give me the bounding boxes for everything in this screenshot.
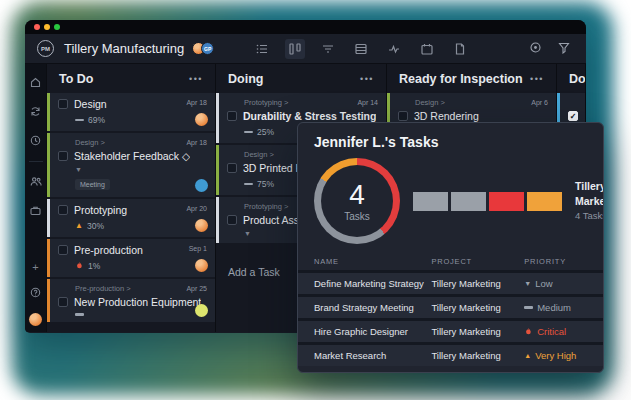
task-card[interactable]: Pre-production Sep 1 1% (47, 239, 215, 277)
task-project: Tillery Marketing (431, 326, 524, 337)
briefcase-icon[interactable] (30, 202, 41, 220)
calendar-icon[interactable] (417, 39, 437, 59)
app-logo: PM (37, 40, 54, 57)
activity-icon[interactable] (384, 39, 404, 59)
jennifer-tasks-popup: Jennifer L.'s Tasks 4 Tasks Tillery Mark… (297, 122, 604, 373)
column-todo: To Do ••• Design Apr 18 69% Design > (47, 64, 216, 332)
header-name: NAME (314, 257, 431, 266)
flame-icon (524, 327, 533, 337)
progress-dash-icon (244, 131, 253, 134)
project-legend: Tillery Marketing 4 Tasks (575, 179, 604, 223)
add-icon[interactable]: + (32, 262, 38, 273)
task-checkbox[interactable] (58, 205, 68, 215)
task-name: Market Research (314, 350, 431, 361)
assignee-avatar (195, 113, 208, 126)
task-title: Design (74, 98, 107, 110)
task-card[interactable]: Design Apr 18 69% (47, 93, 215, 131)
member-avatars: GP (192, 42, 214, 55)
priority-bar-segment (527, 192, 562, 211)
sync-icon[interactable] (30, 103, 41, 121)
up-arrow-icon: ▲ (75, 222, 83, 230)
task-checkbox[interactable] (58, 245, 68, 255)
dash-icon (524, 306, 533, 309)
task-title: Durability & Stress Testing (243, 110, 376, 122)
column-title: Doing (228, 72, 263, 86)
progress-dash-icon (244, 183, 253, 186)
task-project: Tillery Marketing (431, 350, 524, 361)
task-checkbox[interactable] (398, 111, 408, 121)
down-arrow-icon: ▼ (524, 280, 531, 287)
due-date: Apr 18 (186, 139, 207, 146)
list-view-icon[interactable] (252, 39, 272, 59)
task-checkbox[interactable] (227, 163, 237, 173)
home-icon[interactable] (30, 74, 41, 92)
user-avatar[interactable] (29, 313, 42, 326)
task-checkbox[interactable] (58, 151, 68, 161)
column-menu-icon[interactable]: ••• (189, 74, 203, 84)
due-date: Apr 20 (186, 205, 207, 212)
flame-icon (75, 261, 84, 271)
progress-value: 1% (88, 261, 100, 271)
assignee-avatar (195, 304, 208, 317)
task-card[interactable]: Prototyping Apr 20 ▲ 30% (47, 199, 215, 237)
people-icon[interactable] (30, 173, 42, 191)
progress-value: 69% (88, 115, 105, 125)
table-row[interactable]: Hire Graphic Designer Tillery Marketing … (298, 318, 603, 342)
task-checkbox[interactable] (227, 215, 237, 225)
board-view-icon[interactable] (285, 39, 305, 59)
progress-value: 25% (257, 127, 274, 137)
app-header: PM Tillery Manufacturing GP (25, 34, 586, 64)
task-title: Prototyping (74, 204, 127, 216)
column-title: Done (569, 72, 586, 86)
header-project: PROJECT (431, 257, 524, 266)
table-row[interactable]: Market Research Tillery Marketing ▲ Very… (298, 342, 603, 366)
task-project: Tillery Marketing (431, 302, 524, 313)
task-name: Define Marketing Strategy (314, 278, 431, 289)
assignee-avatar (195, 259, 208, 272)
zoom-window-button[interactable] (54, 24, 60, 30)
minimize-window-button[interactable] (44, 24, 50, 30)
parent-breadcrumb: Design > (415, 98, 548, 107)
due-date: Sep 1 (189, 245, 207, 252)
task-checkbox[interactable] (227, 111, 237, 121)
task-title: New Production Equipment (74, 296, 201, 308)
priority-label: Very High (535, 350, 576, 361)
avatar: GP (201, 42, 214, 55)
filter-rows-icon[interactable] (318, 39, 338, 59)
priority-label: Medium (537, 302, 571, 313)
due-date: Apr 14 (357, 99, 378, 106)
filter-funnel-icon[interactable] (558, 40, 570, 58)
legend-project-name: Tillery Marketing (575, 179, 604, 209)
table-row[interactable]: Define Marketing Strategy Tillery Market… (298, 270, 603, 294)
task-checkbox[interactable] (58, 297, 68, 307)
legend-task-count: 4 Tasks (575, 209, 604, 223)
task-checkbox-checked[interactable]: ✓ (568, 111, 578, 121)
priority-bar-segment (413, 192, 448, 211)
table-row[interactable]: Brand Strategy Meeting Tillery Marketing… (298, 294, 603, 318)
priority-label: Low (535, 278, 552, 289)
column-menu-icon[interactable]: ••• (360, 74, 374, 84)
up-arrow-icon: ▲ (524, 352, 531, 359)
help-icon[interactable] (30, 284, 41, 302)
assignee-avatar (195, 179, 208, 192)
table-view-icon[interactable] (351, 39, 371, 59)
progress-value: 75% (257, 179, 274, 189)
column-menu-icon[interactable]: ••• (530, 74, 544, 84)
due-date: Apr 6 (531, 99, 548, 106)
add-task-button[interactable]: Add a Task + (47, 322, 215, 333)
task-card[interactable]: Design > Stakeholder Feedback ◇ Apr 18 ▼… (47, 133, 215, 197)
header-right-icons (529, 40, 574, 58)
clock-icon[interactable] (30, 132, 41, 150)
header-priority: PRIORITY (524, 257, 587, 266)
document-icon[interactable] (450, 39, 470, 59)
task-checkbox[interactable] (58, 99, 68, 109)
visibility-icon[interactable] (529, 40, 542, 58)
close-window-button[interactable] (34, 24, 40, 30)
progress-dash-icon (75, 313, 84, 316)
tasks-donut-ring: 4 Tasks (314, 158, 400, 244)
assignee-avatar (195, 219, 208, 232)
task-card[interactable]: Pre-production > New Production Equipmen… (47, 279, 215, 322)
window-titlebar (25, 20, 586, 34)
progress-value: 30% (87, 221, 104, 231)
task-name: Brand Strategy Meeting (314, 302, 431, 313)
